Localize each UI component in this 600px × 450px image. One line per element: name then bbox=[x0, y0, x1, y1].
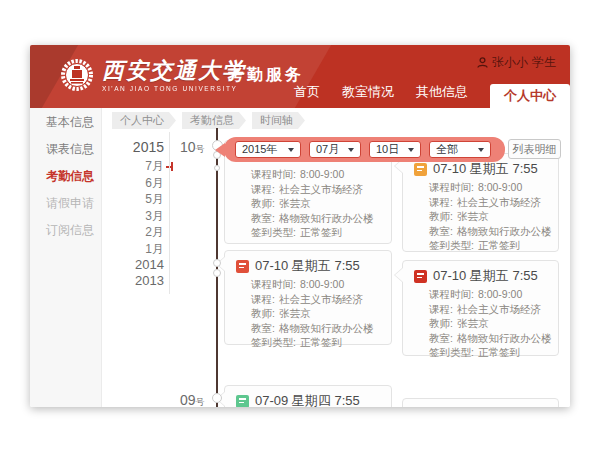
university-name-block: 西安交通大学 XI'AN JIAO TONG UNIVERSITY bbox=[102, 57, 246, 92]
card-connector bbox=[395, 268, 403, 282]
sidebar-item-leave-request[interactable]: 请假申请 bbox=[30, 190, 101, 217]
app-title: 考勤服务 bbox=[228, 65, 304, 86]
field-label: 教室: bbox=[429, 332, 453, 344]
field-label: 课程: bbox=[251, 183, 275, 195]
card-date: 07-10 星期五 7:55 bbox=[433, 267, 538, 285]
sidebar: 基本信息 课表信息 考勤信息 请假申请 订阅信息 bbox=[30, 108, 102, 407]
app-header: 西安交通大学 XI'AN JIAO TONG UNIVERSITY 考勤服务 张… bbox=[30, 45, 570, 108]
nav-item-home[interactable]: 首页 bbox=[294, 83, 320, 108]
field-value: 正常签到 bbox=[300, 336, 342, 348]
status-icon bbox=[414, 270, 427, 283]
field-value: 张芸京 bbox=[457, 317, 489, 329]
timeline-node bbox=[212, 393, 222, 403]
field-label: 课程: bbox=[429, 196, 453, 208]
field-label: 教室: bbox=[251, 322, 275, 334]
field-value: 格物致知行政办公楼 bbox=[279, 322, 374, 334]
timeline-year-2013[interactable]: 2013 bbox=[102, 273, 164, 289]
status-icon bbox=[414, 163, 427, 176]
field-label: 课程: bbox=[251, 293, 275, 305]
chevron-down-icon bbox=[288, 148, 294, 152]
card-date: 07-10 星期五 7:55 bbox=[433, 160, 538, 178]
field-label: 课程时间: bbox=[429, 288, 474, 300]
field-label: 签到类型: bbox=[251, 226, 296, 238]
timeline-day-09: 09号 bbox=[180, 392, 205, 407]
field-value: 8:00-9:00 bbox=[300, 278, 344, 290]
university-logo-icon bbox=[60, 58, 94, 92]
field-label: 教室: bbox=[429, 225, 453, 237]
field-label: 教师: bbox=[251, 307, 275, 319]
nav-tab-personal-center[interactable]: 个人中心 bbox=[490, 84, 570, 108]
field-label: 签到类型: bbox=[429, 239, 474, 251]
chevron-down-icon bbox=[478, 148, 484, 152]
field-value: 社会主义市场经济 bbox=[279, 183, 363, 195]
timeline-month-jan[interactable]: 1月 bbox=[102, 241, 164, 258]
field-label: 签到类型: bbox=[251, 336, 296, 348]
attendance-card[interactable]: 07-10 星期五 7:55 课程时间:8:00-9:00 课程:社会主义市场经… bbox=[224, 250, 392, 345]
breadcrumb: 个人中心 考勤信息 时间轴 bbox=[112, 112, 305, 129]
field-label: 教师: bbox=[429, 317, 453, 329]
timeline-month-mar[interactable]: 3月 bbox=[102, 208, 164, 225]
month-dropdown[interactable]: 07月 bbox=[309, 141, 361, 158]
chevron-down-icon bbox=[408, 148, 414, 152]
field-value: 格物致知行政办公楼 bbox=[457, 332, 552, 344]
timeline-month-jun[interactable]: 6月 bbox=[102, 175, 164, 192]
breadcrumb-personal-center[interactable]: 个人中心 bbox=[112, 112, 176, 129]
timeline-month-feb[interactable]: 2月 bbox=[102, 224, 164, 241]
day-dropdown[interactable]: 10日 bbox=[369, 141, 421, 158]
nav-item-classrooms[interactable]: 教室情况 bbox=[342, 83, 394, 108]
card-date: 07-09 星期四 7:55 bbox=[255, 392, 360, 407]
user-info[interactable]: 张小小 学生 bbox=[477, 54, 556, 71]
field-value: 张芸京 bbox=[279, 307, 311, 319]
timeline-month-jul[interactable]: 7月 bbox=[102, 158, 164, 175]
field-value: 8:00-9:00 bbox=[478, 181, 522, 193]
timeline-year-2014[interactable]: 2014 bbox=[102, 257, 164, 273]
field-value: 格物致知行政办公楼 bbox=[279, 212, 374, 224]
field-label: 教师: bbox=[251, 197, 275, 209]
field-label: 签到类型: bbox=[429, 346, 474, 358]
type-dropdown[interactable]: 全部 bbox=[429, 141, 491, 158]
field-value: 社会主义市场经济 bbox=[457, 303, 541, 315]
field-label: 教师: bbox=[429, 210, 453, 222]
field-value: 8:00-9:00 bbox=[478, 288, 522, 300]
timeline-node bbox=[213, 269, 221, 277]
field-value: 社会主义市场经济 bbox=[279, 293, 363, 305]
attendance-card[interactable]: 07-09 星期四 7:55 bbox=[224, 385, 392, 407]
timeline-year-2015[interactable]: 2015 bbox=[102, 136, 164, 158]
field-value: 正常签到 bbox=[478, 346, 520, 358]
field-value: 社会主义市场经济 bbox=[457, 196, 541, 208]
sidebar-item-subscription-info[interactable]: 订阅信息 bbox=[30, 217, 101, 244]
university-name-en: XI'AN JIAO TONG UNIVERSITY bbox=[102, 85, 246, 92]
attendance-card[interactable] bbox=[402, 398, 559, 407]
date-filter-bar: 2015年 07月 10日 全部 bbox=[224, 137, 505, 162]
card-date: 07-10 星期五 7:55 bbox=[255, 257, 360, 275]
field-label: 课程时间: bbox=[251, 278, 296, 290]
field-value: 张芸京 bbox=[279, 197, 311, 209]
field-value: 正常签到 bbox=[300, 226, 342, 238]
attendance-card[interactable]: 07-10 星期五 7:55 课程时间:8:00-9:00 课程:社会主义市场经… bbox=[402, 153, 559, 252]
timeline-node bbox=[213, 259, 221, 267]
breadcrumb-timeline[interactable]: 时间轴 bbox=[252, 112, 305, 129]
user-role: 学生 bbox=[532, 54, 556, 71]
year-list-divider bbox=[169, 132, 170, 294]
timeline-node bbox=[214, 165, 220, 171]
list-detail-button[interactable]: 列表明细 bbox=[508, 139, 561, 159]
nav-item-other-info[interactable]: 其他信息 bbox=[416, 83, 468, 108]
field-label: 教室: bbox=[251, 212, 275, 224]
chevron-down-icon bbox=[348, 148, 354, 152]
sidebar-item-basic-info[interactable]: 基本信息 bbox=[30, 109, 101, 136]
sidebar-item-schedule-info[interactable]: 课表信息 bbox=[30, 136, 101, 163]
user-icon bbox=[477, 57, 488, 68]
breadcrumb-attendance-info[interactable]: 考勤信息 bbox=[182, 112, 246, 129]
current-month-marker-icon bbox=[166, 162, 174, 171]
status-icon bbox=[236, 395, 249, 408]
timeline-year-list: 2015 7月 6月 5月 3月 2月 1月 2014 2013 bbox=[102, 136, 164, 289]
field-label: 课程时间: bbox=[251, 168, 296, 180]
field-value: 格物致知行政办公楼 bbox=[457, 225, 552, 237]
sidebar-item-attendance-info[interactable]: 考勤信息 bbox=[30, 163, 101, 190]
attendance-card[interactable]: 07-10 星期五 7:55 课程时间:8:00-9:00 课程:社会主义市场经… bbox=[402, 260, 559, 356]
timeline-month-may[interactable]: 5月 bbox=[102, 191, 164, 208]
field-value: 张芸京 bbox=[457, 210, 489, 222]
attendance-app-window: 西安交通大学 XI'AN JIAO TONG UNIVERSITY 考勤服务 张… bbox=[30, 45, 570, 407]
year-dropdown[interactable]: 2015年 bbox=[235, 141, 301, 158]
user-name: 张小小 bbox=[492, 54, 528, 71]
